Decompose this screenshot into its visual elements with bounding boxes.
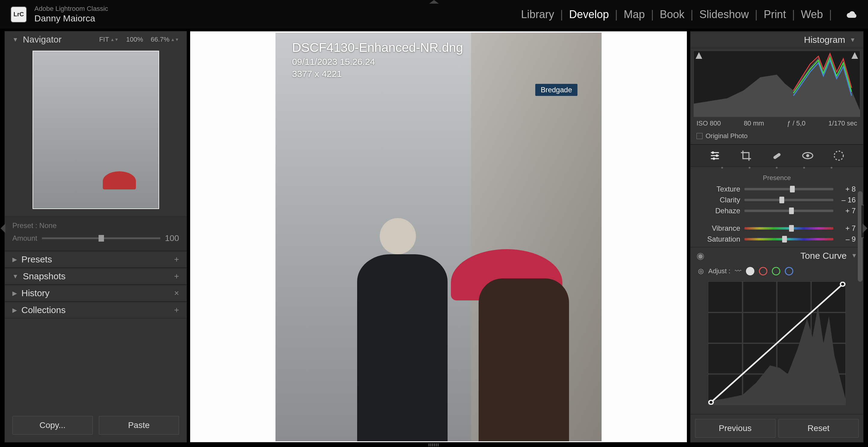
preset-amount-panel: Preset : None Amount 100 [5, 216, 187, 251]
add-icon[interactable]: + [174, 271, 179, 281]
street-sign-text: Bredgade [535, 84, 578, 96]
slider-value[interactable]: + 7 [838, 224, 856, 233]
add-icon[interactable]: + [174, 255, 179, 264]
slider-label: Clarity [698, 196, 740, 204]
redeye-icon[interactable] [802, 150, 814, 162]
app-name: Adobe Lightroom Classic [34, 5, 108, 13]
visibility-icon[interactable]: ◉ [696, 250, 704, 261]
zoom-100[interactable]: 100% [126, 36, 143, 43]
snapshots-section[interactable]: ▼ Snapshots + [5, 268, 187, 285]
slider-label: Vibrance [698, 224, 740, 233]
add-icon[interactable]: + [174, 305, 179, 315]
chevron-down-icon: ▼ [12, 273, 19, 280]
slider-value[interactable]: + 7 [838, 207, 856, 215]
amount-value: 100 [165, 234, 179, 243]
user-name: Danny Maiorca [34, 13, 108, 24]
slider-value[interactable]: – 9 [838, 235, 856, 243]
section-label: Presets [22, 254, 52, 265]
clear-icon[interactable]: × [174, 288, 179, 298]
amount-slider[interactable] [42, 237, 161, 239]
slider-label: Saturation [698, 235, 740, 243]
module-book[interactable]: Book [660, 8, 684, 21]
svg-point-0 [712, 151, 714, 154]
exif-row: ISO 800 80 mm ƒ / 5,0 1/170 sec [690, 117, 863, 130]
reset-button[interactable]: Reset [778, 419, 859, 438]
highlight-clip-icon[interactable] [851, 52, 858, 59]
collections-section[interactable]: ▶ Collections + [5, 302, 187, 319]
right-panel: Histogram ▼ ISO 800 80 mm ƒ / 5,0 1/170 … [690, 31, 864, 443]
navigator-header[interactable]: ▼ Navigator FIT▲▼ 100% 66.7%▲▼ [5, 31, 187, 48]
image-datetime: 09/11/2023 15.26.24 [292, 57, 463, 67]
zoom-fit[interactable]: FIT▲▼ [99, 36, 119, 43]
vibrance-slider[interactable]: Vibrance + 7 [698, 224, 856, 233]
crop-icon[interactable] [740, 150, 752, 162]
dehaze-slider[interactable]: Dehaze + 7 [698, 207, 856, 215]
app-logo: LrC [10, 6, 27, 23]
svg-point-2 [713, 157, 715, 160]
red-channel[interactable] [759, 267, 767, 275]
histogram-header[interactable]: Histogram ▼ [690, 31, 863, 48]
module-library[interactable]: Library [521, 8, 554, 21]
section-label: History [22, 288, 50, 298]
chevron-down-icon: ▼ [849, 36, 856, 43]
slider-label: Texture [698, 185, 740, 193]
rgb-channel[interactable] [746, 267, 754, 275]
shadow-clip-icon[interactable] [695, 52, 702, 59]
module-print[interactable]: Print [764, 8, 786, 21]
chevron-right-icon: ▶ [12, 290, 17, 297]
parametric-curve-icon[interactable]: 〰 [735, 267, 741, 275]
module-map[interactable]: Map [624, 8, 645, 21]
module-web[interactable]: Web [801, 8, 823, 21]
green-channel[interactable] [772, 267, 780, 275]
slider-label: Dehaze [698, 207, 740, 215]
collapse-right-icon[interactable] [863, 224, 867, 233]
paste-button[interactable]: Paste [99, 416, 179, 435]
copy-button[interactable]: Copy... [12, 416, 93, 435]
image-viewport[interactable]: Bredgade DSCF4130-Enhanced-NR.dng 09/11/… [190, 31, 687, 443]
tone-curve-title: Tone Curve [801, 251, 846, 261]
svg-point-1 [716, 154, 718, 157]
image-canvas: Bredgade DSCF4130-Enhanced-NR.dng 09/11/… [276, 33, 601, 441]
edit-sliders-icon[interactable] [709, 150, 721, 162]
original-photo-toggle[interactable]: Original Photo [690, 130, 863, 145]
collapse-left-icon[interactable] [1, 224, 5, 233]
cloud-sync-icon[interactable] [845, 10, 858, 19]
chevron-down-icon: ▼ [12, 36, 19, 43]
histogram-title: Histogram [804, 35, 845, 45]
target-adjust-icon[interactable]: ◎ [698, 267, 704, 275]
presets-section[interactable]: ▶ Presets + [5, 251, 187, 268]
texture-slider[interactable]: Texture + 8 [698, 185, 856, 193]
histogram-display[interactable] [693, 51, 860, 117]
module-slideshow[interactable]: Slideshow [699, 8, 749, 21]
adjust-label: Adjust : [708, 267, 730, 275]
original-photo-label: Original Photo [706, 132, 747, 140]
exif-shutter: 1/170 sec [829, 119, 857, 127]
heal-icon[interactable] [771, 150, 783, 162]
chevron-right-icon: ▶ [12, 256, 17, 263]
zoom-custom[interactable]: 66.7%▲▼ [151, 36, 179, 43]
module-develop[interactable]: Develop [569, 8, 609, 21]
clarity-slider[interactable]: Clarity – 16 [698, 196, 856, 204]
section-label: Snapshots [23, 271, 66, 281]
left-panel: ▼ Navigator FIT▲▼ 100% 66.7%▲▼ Preset : … [4, 31, 187, 443]
slider-value[interactable]: + 8 [838, 185, 856, 193]
chevron-down-icon: ▼ [851, 252, 857, 259]
mask-icon[interactable] [833, 150, 845, 162]
navigator-preview[interactable] [33, 51, 159, 209]
blue-channel[interactable] [785, 267, 793, 275]
amount-label: Amount [12, 234, 37, 242]
saturation-slider[interactable]: Saturation – 9 [698, 235, 856, 243]
slider-value[interactable]: – 16 [838, 196, 856, 204]
history-section[interactable]: ▶ History × [5, 285, 187, 302]
tone-curve-channel-row: ◎ Adjust : 〰 [690, 264, 863, 278]
previous-button[interactable]: Previous [695, 419, 775, 438]
navigator-title: Navigator [23, 34, 61, 44]
tone-curve-editor[interactable] [708, 281, 846, 405]
collapse-bottom-icon[interactable] [429, 443, 439, 446]
svg-point-14 [709, 400, 713, 404]
collapse-top-icon[interactable] [429, 0, 439, 4]
tone-curve-header[interactable]: ◉ Tone Curve ▼ [690, 247, 863, 264]
checkbox-icon[interactable] [696, 133, 703, 139]
presence-title: Presence [698, 174, 856, 182]
exif-iso: ISO 800 [696, 119, 721, 127]
